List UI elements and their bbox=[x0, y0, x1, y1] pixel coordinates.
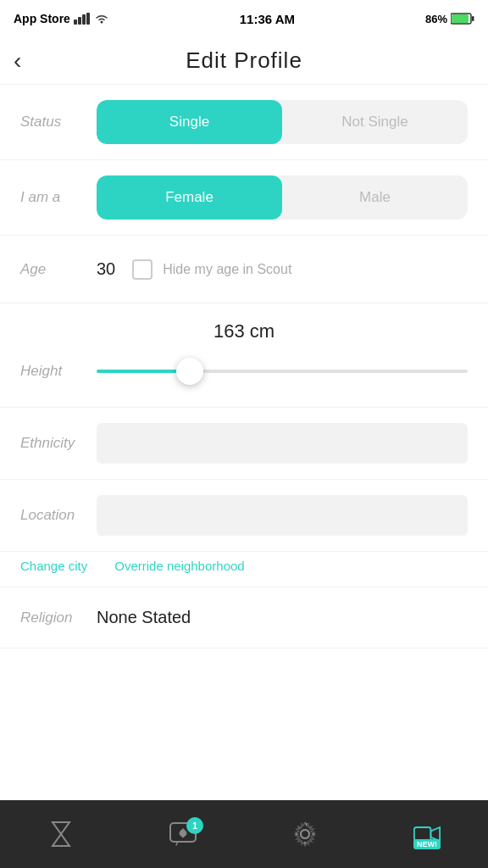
carrier-info: App Store bbox=[14, 12, 109, 25]
status-not-single-button[interactable]: Not Single bbox=[282, 100, 468, 144]
heart-message-icon: 1 bbox=[169, 821, 197, 848]
status-bar: App Store 11:36 AM 86% bbox=[0, 0, 488, 37]
age-row: Age 30 Hide my age in Scout bbox=[0, 236, 488, 303]
age-controls: 30 Hide my age in Scout bbox=[97, 259, 291, 280]
hide-age-label: Hide my age in Scout bbox=[163, 262, 291, 277]
status-row: Status Single Not Single bbox=[0, 85, 488, 160]
ethnicity-input[interactable] bbox=[97, 423, 468, 464]
age-value: 30 bbox=[97, 259, 115, 279]
change-city-link[interactable]: Change city bbox=[20, 559, 87, 573]
location-row: Location bbox=[0, 480, 488, 552]
ethnicity-row: Ethnicity bbox=[0, 408, 488, 480]
status-single-button[interactable]: Single bbox=[97, 100, 282, 144]
heart-message-badge: 1 bbox=[186, 817, 203, 834]
status-time: 11:36 AM bbox=[240, 12, 295, 26]
wifi-icon bbox=[94, 13, 109, 25]
gender-female-button[interactable]: Female bbox=[97, 175, 282, 220]
page-title: Edit Profile bbox=[186, 47, 302, 74]
svg-rect-6 bbox=[452, 14, 469, 23]
battery-percent: 86% bbox=[425, 13, 447, 25]
gender-male-button[interactable]: Male bbox=[282, 175, 468, 220]
height-label: Height bbox=[20, 363, 97, 380]
svg-point-4 bbox=[100, 21, 103, 24]
gender-label: I am a bbox=[20, 189, 97, 206]
location-links: Change city Override neighborhood bbox=[0, 552, 488, 587]
gender-row: I am a Female Male bbox=[0, 160, 488, 236]
back-button[interactable]: ‹ bbox=[14, 47, 21, 75]
height-slider-container bbox=[97, 356, 468, 387]
height-section: 163 cm Height bbox=[0, 303, 488, 408]
new-badge: NEW! bbox=[413, 839, 441, 849]
height-label-row: Height bbox=[20, 356, 468, 387]
svg-rect-2 bbox=[82, 14, 86, 25]
gender-toggle-group: Female Male bbox=[97, 175, 468, 220]
religion-value[interactable]: None Stated bbox=[97, 608, 191, 627]
tab-bar: 1 NEW! bbox=[0, 800, 488, 868]
tab-heart-message[interactable]: 1 bbox=[169, 821, 197, 848]
signal-icon bbox=[74, 13, 91, 25]
tab-hourglass[interactable] bbox=[47, 821, 75, 848]
override-neighborhood-link[interactable]: Override neighborhood bbox=[114, 559, 244, 573]
age-content: 30 Hide my age in Scout bbox=[97, 259, 468, 280]
svg-rect-3 bbox=[86, 13, 90, 25]
gear-icon bbox=[291, 821, 319, 848]
height-value: 163 cm bbox=[214, 320, 274, 342]
status-toggle-group: Single Not Single bbox=[97, 100, 468, 144]
battery-icon bbox=[451, 13, 474, 25]
battery-info: 86% bbox=[425, 13, 474, 25]
tab-video[interactable]: NEW! bbox=[413, 821, 441, 848]
status-label: Status bbox=[20, 114, 97, 131]
tab-settings[interactable] bbox=[291, 821, 319, 848]
height-slider-track bbox=[97, 370, 468, 373]
location-label: Location bbox=[20, 507, 97, 524]
hourglass-icon bbox=[47, 821, 75, 848]
age-label: Age bbox=[20, 261, 97, 278]
edit-profile-content: Status Single Not Single I am a Female M… bbox=[0, 85, 488, 868]
svg-rect-0 bbox=[74, 19, 77, 25]
location-input[interactable] bbox=[97, 495, 468, 536]
height-value-row: 163 cm bbox=[20, 320, 468, 342]
carrier-label: App Store bbox=[14, 12, 70, 25]
svg-rect-1 bbox=[78, 17, 81, 25]
svg-point-12 bbox=[301, 830, 309, 838]
height-slider-thumb[interactable] bbox=[176, 358, 203, 385]
ethnicity-label: Ethnicity bbox=[20, 435, 97, 452]
page-header: ‹ Edit Profile bbox=[0, 37, 488, 85]
svg-rect-7 bbox=[472, 16, 474, 21]
religion-row: Religion None Stated bbox=[0, 587, 488, 648]
religion-label: Religion bbox=[20, 609, 97, 626]
hide-age-checkbox[interactable] bbox=[132, 259, 152, 280]
status-toggle: Single Not Single bbox=[97, 100, 468, 144]
gender-toggle: Female Male bbox=[97, 175, 468, 220]
